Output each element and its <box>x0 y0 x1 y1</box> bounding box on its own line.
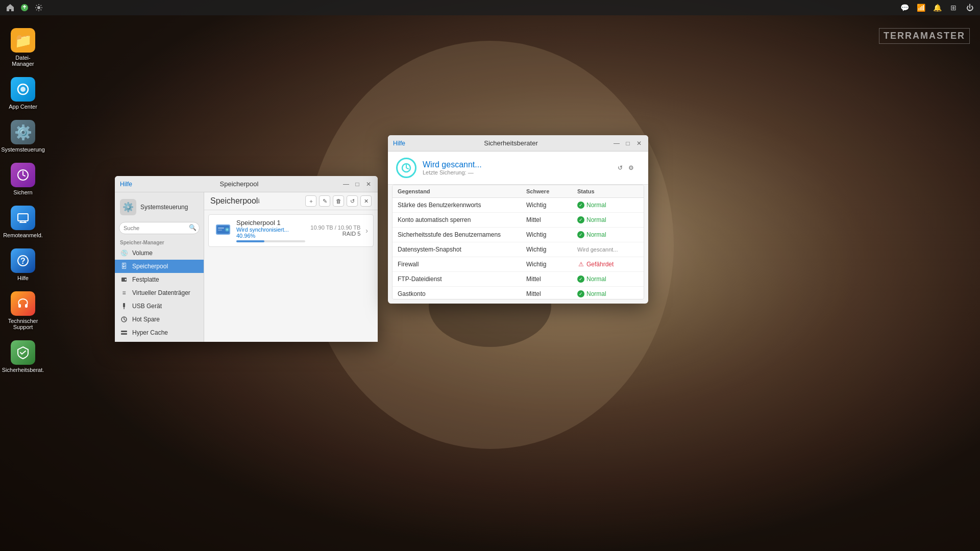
desktop-icon-sichern[interactable]: Sichern <box>3 160 43 198</box>
desktop-icon-app-center[interactable]: App Center <box>3 74 43 112</box>
bell-icon[interactable]: 🔔 <box>932 3 942 13</box>
security-close-btn[interactable]: ✕ <box>635 139 643 147</box>
check-icon: ✓ <box>577 276 584 283</box>
header-schwere: Schwere <box>526 188 577 194</box>
sp-search-container: 🔍 <box>119 222 200 234</box>
pool-item-1[interactable]: Speicherpool 1 Wird synchronisiert... 40… <box>208 214 374 247</box>
table-row[interactable]: Gastkonto Mittel ✓ Normal <box>393 287 644 299</box>
hot-spare-label: Hot Spare <box>132 316 160 323</box>
desktop-icon-hilfe[interactable]: ? Hilfe <box>3 246 43 284</box>
speicherpool-titlebar: Hilfe Speicherpool — □ ✕ <box>115 176 378 192</box>
hilfe-label: Hilfe <box>17 275 29 281</box>
security-header: Wird gescannt... Letzte Sicherung: — ↺ ⚙ <box>388 152 648 185</box>
security-title: Sicherheitsberater <box>409 139 612 147</box>
desktop-icon-datei-manager[interactable]: 📁 Datei-Manager <box>3 26 43 69</box>
desktop-icon-technischer-support[interactable]: Technischer Support <box>3 289 43 333</box>
security-toolbar: ↺ ⚙ <box>611 161 640 174</box>
speicherpool-nav-icon: 🗄 <box>120 262 128 270</box>
taskbar-upload-icon[interactable] <box>19 3 30 13</box>
table-row[interactable]: Konto automatisch sperren Mittel ✓ Norma… <box>393 213 644 228</box>
desktop-icon-remoteanmeld[interactable]: Remoteanmeld. <box>3 203 43 241</box>
row-status: ✓ Normal <box>577 202 639 209</box>
svg-point-6 <box>37 6 40 9</box>
virtueller-datentraeger-label: Virtueller Datenträger <box>132 289 190 296</box>
security-scan-info: Wird gescannt... Letzte Sicherung: — <box>423 160 482 176</box>
speicherpool-main: Speicherpool ℹ ＋ ✎ 🗑 ↺ ✕ <box>204 192 378 342</box>
pool-progress-fill <box>236 240 264 242</box>
svg-rect-23 <box>121 333 127 335</box>
table-row[interactable]: Stärke des Benutzerkennworts Wichtig ✓ N… <box>393 198 644 213</box>
row-item: Sicherheitsstufe des Benutzernamens <box>398 231 526 238</box>
speicherpool-maximize-btn[interactable]: □ <box>353 180 361 188</box>
sp-close-btn[interactable]: ✕ <box>360 195 372 207</box>
table-row[interactable]: Datensystem-Snapshot Wichtig Wird gescan… <box>393 242 644 257</box>
sp-refresh-btn[interactable]: ↺ <box>347 195 358 207</box>
security-minimize-btn[interactable]: — <box>612 139 621 147</box>
svg-line-21 <box>124 319 126 320</box>
security-settings-btn[interactable]: ⚙ <box>627 164 635 172</box>
pool-storage: 10.90 TB / 10.90 TB <box>310 224 360 231</box>
row-item: FTP-Dateidienst <box>398 276 526 283</box>
security-maximize-btn[interactable]: □ <box>624 139 632 147</box>
svg-point-8 <box>20 87 26 92</box>
systemsteuerung-label: Systemsteuerung <box>1 146 45 153</box>
sp-add-btn[interactable]: ＋ <box>305 195 316 207</box>
row-severity: Wichtig <box>526 202 577 209</box>
taskbar-left <box>5 3 44 13</box>
taskbar-right: 💬 📶 🔔 ⊞ ⏻ <box>899 3 975 13</box>
pool-status: Wird synchronisiert... 40.96% <box>236 227 305 239</box>
sp-section-label: Speicher-Manager <box>115 237 204 246</box>
sichern-label: Sichern <box>13 189 32 195</box>
row-severity: Mittel <box>526 290 577 297</box>
taskbar-settings-icon[interactable] <box>34 3 44 13</box>
sp-main-title: Speicherpool <box>210 196 258 206</box>
speicherpool-sidebar: ⚙️ Systemsteuerung 🔍 Speicher-Manager 💿 … <box>115 192 204 342</box>
sp-app-title: Systemsteuerung <box>140 204 188 211</box>
sidebar-item-hot-spare[interactable]: Hot Spare <box>115 313 204 326</box>
taskbar: 💬 📶 🔔 ⊞ ⏻ <box>0 0 980 15</box>
check-icon: ✓ <box>577 216 584 223</box>
security-help-link[interactable]: Hilfe <box>393 140 405 147</box>
sp-delete-btn[interactable]: 🗑 <box>333 195 344 207</box>
scan-last-label: Letzte Sicherung: — <box>423 169 482 176</box>
row-item: Gastkonto <box>398 290 526 297</box>
sidebar-item-hyper-cache[interactable]: Hyper Cache <box>115 326 204 339</box>
speicherpool-minimize-btn[interactable]: — <box>342 180 350 188</box>
taskbar-home-icon[interactable] <box>5 3 15 13</box>
sidebar-item-virtueller-datentraeger[interactable]: ≡ Virtueller Datenträger <box>115 286 204 299</box>
security-refresh-btn[interactable]: ↺ <box>616 164 624 172</box>
row-status: Wird gescannt... <box>577 246 639 253</box>
desktop-icon-sicherheitsberatung[interactable]: Sicherheitsberat. <box>3 338 43 375</box>
app-center-icon <box>11 77 35 102</box>
sidebar-item-speicherpool[interactable]: 🗄 Speicherpool <box>115 260 204 273</box>
sp-search-input[interactable] <box>119 222 200 234</box>
search-icon: 🔍 <box>189 224 197 231</box>
festplatte-icon <box>120 276 128 284</box>
sp-edit-btn[interactable]: ✎ <box>319 195 330 207</box>
scan-icon <box>396 158 416 178</box>
speicherpool-close-btn[interactable]: ✕ <box>364 180 373 188</box>
sidebar-item-festplatte[interactable]: Festplatte <box>115 273 204 286</box>
power-icon[interactable]: ⏻ <box>965 3 975 13</box>
speicherpool-content: ⚙️ Systemsteuerung 🔍 Speicher-Manager 💿 … <box>115 192 378 342</box>
svg-rect-13 <box>18 304 21 308</box>
grid-icon[interactable]: ⊞ <box>948 3 959 13</box>
row-item: Stärke des Benutzerkennworts <box>398 202 526 209</box>
signal-icon[interactable]: 📶 <box>916 3 926 13</box>
row-status: ✓ Normal <box>577 216 639 223</box>
sidebar-item-volume[interactable]: 💿 Volume <box>115 246 204 260</box>
row-status: ✓ Normal <box>577 231 639 238</box>
security-controls: — □ ✕ <box>612 139 643 147</box>
sidebar-item-usb-geraet[interactable]: USB Gerät <box>115 299 204 313</box>
table-row[interactable]: Sicherheitsstufe des Benutzernamens Wich… <box>393 228 644 242</box>
header-status: Status <box>577 188 639 194</box>
desktop-icon-systemsteuerung[interactable]: ⚙️ Systemsteuerung <box>3 117 43 155</box>
table-row[interactable]: Firewall Wichtig ⚠ Gefährdet <box>393 257 644 272</box>
speicherpool-help-link[interactable]: Hilfe <box>120 181 132 188</box>
security-window: Hilfe Sicherheitsberater — □ ✕ Wird gesc… <box>388 135 648 304</box>
row-severity: Wichtig <box>526 261 577 268</box>
table-row[interactable]: FTP-Dateidienst Mittel ✓ Normal <box>393 272 644 287</box>
app-center-label: App Center <box>9 104 37 110</box>
pool-right: 10.90 TB / 10.90 TB RAID 5 <box>310 224 360 237</box>
chat-icon[interactable]: 💬 <box>899 3 910 13</box>
